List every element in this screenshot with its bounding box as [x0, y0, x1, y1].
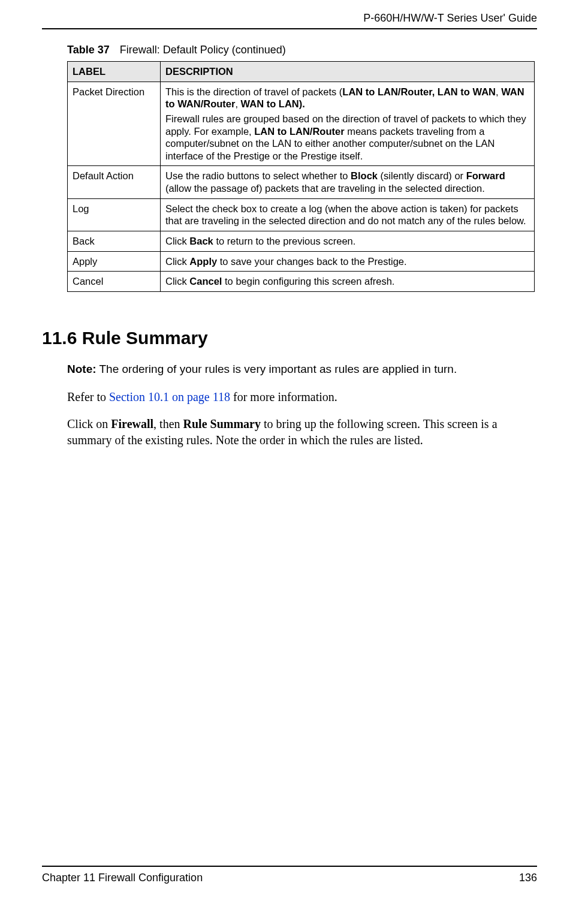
guide-title: P-660H/HW/W-T Series User' Guide [363, 12, 537, 24]
text-fragment: (silently discard) or [378, 170, 466, 181]
body-paragraph: Click on Firewall, then Rule Summary to … [67, 416, 537, 448]
row-description: This is the direction of travel of packe… [161, 82, 535, 166]
row-label: Apply [68, 251, 161, 272]
table-row: Log Select the check box to create a log… [68, 198, 535, 231]
header-label: LABEL [68, 62, 161, 82]
row-description: Select the check box to create a log (wh… [161, 198, 535, 231]
row-description: Click Back to return to the previous scr… [161, 231, 535, 251]
table-caption: Table 37 Firewall: Default Policy (conti… [67, 44, 537, 56]
text-fragment: Click [165, 236, 189, 246]
text-fragment: to return to the previous screen. [213, 236, 356, 246]
cross-reference-link[interactable]: Section 10.1 on page 118 [109, 390, 230, 403]
page-footer: Chapter 11 Firewall Configuration 136 [42, 866, 537, 884]
footer-chapter: Chapter 11 Firewall Configuration [42, 872, 203, 884]
text-fragment: Click [165, 256, 189, 267]
row-label: Back [68, 231, 161, 251]
header-description: DESCRIPTION [161, 62, 535, 82]
text-fragment: Use the radio buttons to select whether … [165, 170, 351, 181]
row-label: Log [68, 198, 161, 231]
text-fragment: , [235, 98, 240, 109]
text-fragment-bold: Back [189, 236, 213, 246]
section-heading: 11.6 Rule Summary [42, 328, 537, 348]
text-fragment-bold: Block [351, 170, 378, 181]
row-description: Use the radio buttons to select whether … [161, 166, 535, 198]
text-fragment-bold: LAN to LAN/Router, LAN to WAN [342, 86, 496, 97]
row-label: Cancel [68, 272, 161, 292]
text-fragment: Refer to [67, 390, 109, 403]
note-label: Note: [67, 363, 97, 375]
table-header-row: LABEL DESCRIPTION [68, 62, 535, 82]
text-fragment-bold: Cancel [189, 276, 222, 287]
table-row: Apply Click Apply to save your changes b… [68, 251, 535, 272]
text-fragment-bold: Apply [189, 256, 217, 267]
text-fragment-bold: Firewall [111, 417, 153, 430]
text-fragment-bold: WAN to LAN). [241, 98, 305, 109]
text-fragment: to save your changes back to the Prestig… [217, 256, 406, 267]
text-fragment: Click [165, 276, 189, 287]
note-text: The ordering of your rules is very impor… [97, 363, 457, 375]
table-caption-text: Firewall: Default Policy (continued) [120, 44, 286, 56]
text-fragment: for more information. [230, 390, 337, 403]
body-paragraph: Refer to Section 10.1 on page 118 for mo… [67, 389, 537, 405]
text-fragment: , [496, 86, 501, 97]
text-fragment-bold: Rule Summary [183, 417, 261, 430]
row-label: Default Action [68, 166, 161, 198]
text-fragment: , then [153, 417, 183, 430]
desc-paragraph: This is the direction of travel of packe… [165, 86, 529, 110]
text-fragment: This is the direction of travel of packe… [165, 86, 342, 97]
footer-page-number: 136 [519, 872, 537, 884]
table-caption-label: Table 37 [67, 44, 110, 56]
row-label: Packet Direction [68, 82, 161, 166]
table-row: Back Click Back to return to the previou… [68, 231, 535, 251]
text-fragment: (allow the passage of) packets that are … [165, 183, 485, 194]
note-line: Note: The ordering of your rules is very… [67, 363, 537, 376]
text-fragment-bold: LAN to LAN/Router [254, 126, 344, 137]
row-description: Click Cancel to begin configuring this s… [161, 272, 535, 292]
table-row: Packet Direction This is the direction o… [68, 82, 535, 166]
desc-paragraph: Firewall rules are grouped based on the … [165, 113, 529, 162]
text-fragment-bold: Forward [466, 170, 505, 181]
text-fragment: to begin configuring this screen afresh. [222, 276, 394, 287]
table-row: Cancel Click Cancel to begin configuring… [68, 272, 535, 292]
text-fragment: Click on [67, 417, 111, 430]
firewall-policy-table: LABEL DESCRIPTION Packet Direction This … [67, 61, 535, 292]
row-description: Click Apply to save your changes back to… [161, 251, 535, 272]
table-row: Default Action Use the radio buttons to … [68, 166, 535, 198]
page-header: P-660H/HW/W-T Series User' Guide [42, 12, 537, 29]
